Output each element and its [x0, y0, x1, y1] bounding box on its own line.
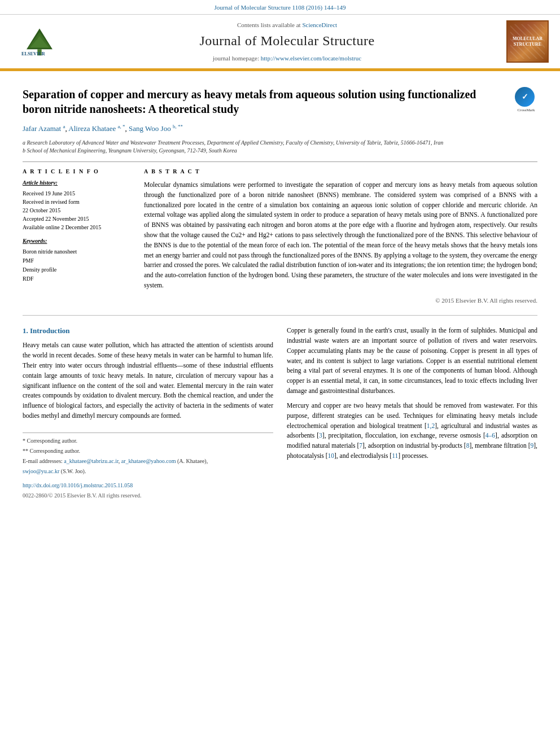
- journal-cover-image: MOLECULAR STRUCTURE: [506, 20, 549, 63]
- ref-4-6[interactable]: 4–6: [485, 432, 495, 439]
- sciencedirect-line: Contents lists available at ScienceDirec…: [79, 21, 495, 29]
- copyright-line: © 2015 Elsevier B.V. All rights reserved…: [144, 296, 537, 305]
- keywords-label: Keywords:: [23, 237, 133, 245]
- email-link-1[interactable]: a_khataee@tabrizu.ac.ir: [64, 458, 119, 464]
- affiliation-b: b School of Mechanical Engineering, Yeun…: [23, 147, 537, 155]
- keywords-section: Keywords: Boron nitride nanosheet PMF De…: [23, 237, 133, 283]
- article-title: Separation of copper and mercury as heav…: [23, 87, 506, 116]
- online-date: Available online 2 December 2015: [23, 223, 133, 231]
- crossmark-icon: ✓: [515, 87, 535, 107]
- authors-section: Jafar Azamat a, Alireza Khataee a, *, Sa…: [23, 123, 537, 134]
- ref-7[interactable]: 7: [359, 442, 362, 449]
- journal-title: Journal of Molecular Structure: [79, 32, 495, 51]
- article-content: Separation of copper and mercury as heav…: [0, 71, 560, 511]
- ref-1[interactable]: 1,2: [427, 422, 435, 429]
- elsevier-logo: ELSEVIER: [11, 26, 68, 57]
- header-center: Contents lists available at ScienceDirec…: [68, 21, 506, 63]
- ref-3[interactable]: 3: [319, 432, 322, 439]
- crossmark-label: CrossMark: [515, 108, 537, 113]
- ref-11[interactable]: 11: [392, 452, 398, 459]
- introduction-heading: 1. Introduction: [23, 326, 273, 336]
- intro-para-3: Mercury and copper are two heavy metals …: [287, 401, 537, 461]
- email-link-2[interactable]: ar_khataee@yahoo.com: [121, 458, 176, 464]
- affiliations: a Research Laboratory of Advanced Water …: [23, 139, 537, 155]
- body-left-col: 1. Introduction Heavy metals can cause w…: [23, 326, 273, 500]
- article-title-section: Separation of copper and mercury as heav…: [23, 87, 537, 116]
- keyword-4: RDF: [23, 274, 133, 283]
- divider-line: [23, 161, 537, 162]
- footnote-email: E-mail addresses: a_khataee@tabrizu.ac.i…: [23, 457, 273, 465]
- abstract-title: A B S T R A C T: [144, 168, 537, 176]
- affiliation-a: a Research Laboratory of Advanced Water …: [23, 139, 537, 147]
- footnote-star1: * Corresponding author.: [23, 436, 273, 445]
- keyword-3: Density profile: [23, 265, 133, 274]
- article-info-col: A R T I C L E I N F O Article history: R…: [23, 168, 133, 305]
- issn-section: 0022-2860/© 2015 Elsevier B.V. All right…: [23, 491, 273, 500]
- journal-homepage-link[interactable]: http://www.elsevier.com/locate/molstruc: [261, 55, 361, 62]
- body-right-col: Copper is generally found in the earth's…: [287, 326, 537, 500]
- keyword-2: PMF: [23, 256, 133, 265]
- author-1: Jafar Azamat: [23, 125, 61, 133]
- sciencedirect-link[interactable]: ScienceDirect: [302, 21, 337, 28]
- body-section: 1. Introduction Heavy metals can cause w…: [23, 326, 537, 500]
- header-section: ELSEVIER Contents lists available at Sci…: [0, 15, 560, 69]
- keyword-1: Boron nitride nanosheet: [23, 247, 133, 256]
- author-2: Alireza Khataee: [68, 125, 116, 133]
- svg-text:ELSEVIER: ELSEVIER: [21, 52, 46, 57]
- article-info-title: A R T I C L E I N F O: [23, 168, 133, 176]
- received-date: Received 19 June 2015: [23, 189, 133, 198]
- doi-link[interactable]: http://dx.doi.org/10.1016/j.molstruc.201…: [23, 482, 133, 488]
- footnote-star2: ** Corresponding author.: [23, 447, 273, 455]
- accepted-date: Accepted 22 November 2015: [23, 215, 133, 223]
- author-3: Sang Woo Joo: [129, 125, 171, 133]
- doi-section: http://dx.doi.org/10.1016/j.molstruc.201…: [23, 481, 273, 490]
- intro-para-2: Copper is generally found in the earth's…: [287, 326, 537, 396]
- elsevier-tree-icon: ELSEVIER: [17, 26, 62, 57]
- intro-para-1: Heavy metals can cause water pollution, …: [23, 340, 273, 421]
- ref-9[interactable]: 9: [531, 442, 534, 449]
- article-history-label: Article history:: [23, 179, 133, 187]
- received-revised-label: Received in revised form: [23, 198, 133, 206]
- journal-top-bar: Journal of Molecular Structure 1108 (201…: [0, 0, 560, 15]
- ref-10[interactable]: 10: [328, 452, 335, 459]
- journal-citation: Journal of Molecular Structure 1108 (201…: [215, 4, 346, 11]
- email-link-3[interactable]: swjoo@yu.ac.kr: [23, 468, 59, 474]
- revised-date: 22 October 2015: [23, 206, 133, 215]
- footnote-email-3: swjoo@yu.ac.kr (S.W. Joo).: [23, 467, 273, 475]
- article-info-abstract-section: A R T I C L E I N F O Article history: R…: [23, 168, 537, 305]
- abstract-col: A B S T R A C T Molecular dynamics simul…: [144, 168, 537, 305]
- section-divider: [23, 315, 537, 316]
- footnotes-section: * Corresponding author. ** Corresponding…: [23, 433, 273, 500]
- ref-8[interactable]: 8: [466, 442, 470, 449]
- crossmark-logo: ✓ CrossMark: [515, 87, 537, 113]
- journal-homepage: journal homepage: http://www.elsevier.co…: [79, 54, 495, 63]
- abstract-text: Molecular dynamics simulations were perf…: [144, 180, 537, 291]
